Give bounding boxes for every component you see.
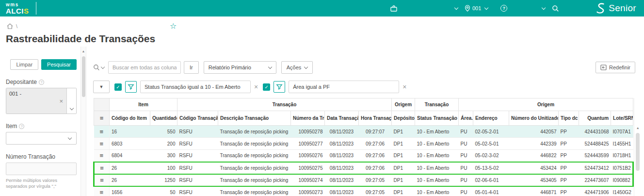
cell: 26 xyxy=(110,162,150,174)
table-row[interactable]: ≡6803200RSFUTransação de reposição picki… xyxy=(94,138,633,150)
filters-dropdown-button[interactable]: ▼ xyxy=(93,81,110,93)
filter-expression[interactable]: Área igual a PF xyxy=(289,81,399,93)
cell: 10 - Em Aberto xyxy=(415,150,459,162)
location-pin-icon[interactable] xyxy=(465,5,470,12)
depositante-info-icon[interactable]: ? xyxy=(39,80,44,85)
cell: 6804 xyxy=(110,150,150,162)
table-row[interactable]: ≡16550RSFUTransação de reposição picking… xyxy=(94,126,633,138)
cell: PU xyxy=(459,162,473,174)
transactions-table: ItemTransaçãoOrigemTransaçãoOrigem≡Códig… xyxy=(93,98,634,196)
column-search-scope-button[interactable] xyxy=(93,64,104,71)
column-header[interactable]: Lote/SRN xyxy=(611,111,633,126)
sidebar-scroll-up-icon[interactable]: ▲ xyxy=(81,49,86,53)
column-header[interactable]: Status Transação xyxy=(415,111,459,126)
table-row[interactable]: ≡6804300RSFUTransação de reposição picki… xyxy=(94,150,633,162)
cell: 446871 xyxy=(509,186,559,196)
column-header[interactable]: Número do Unitizador xyxy=(509,111,559,126)
home-icon[interactable] xyxy=(7,23,13,29)
row-menu-button[interactable]: ≡ xyxy=(94,138,110,150)
company-chevron-down-icon[interactable] xyxy=(455,8,458,9)
numero-transacao-help: Permite múltiplos valores separados por … xyxy=(6,178,77,190)
column-header[interactable]: Código Transaçã.. xyxy=(177,111,218,126)
search-button[interactable]: Pesquisar xyxy=(41,59,77,70)
sidebar-scrollbar[interactable]: ▲ xyxy=(80,47,86,196)
depositante-chevron-down-icon[interactable] xyxy=(66,88,76,114)
filter-expression[interactable]: Status Transação igual a 10 - Em Aberto xyxy=(140,81,251,93)
column-header[interactable]: Área.. xyxy=(459,111,473,126)
numero-transacao-input[interactable] xyxy=(6,163,77,175)
cell: I1455H1 xyxy=(611,138,633,150)
filter-funnel-icon[interactable] xyxy=(274,81,285,93)
grid-scroll-up-icon[interactable]: ▲ xyxy=(634,126,641,130)
search-icon[interactable] xyxy=(552,5,559,12)
column-header[interactable]: Quantum xyxy=(579,111,611,126)
row-menu-button[interactable]: ≡ xyxy=(94,150,110,162)
column-header[interactable]: Depósito. xyxy=(392,111,415,126)
cell: Transação de reposição picking xyxy=(218,186,291,196)
help-icon[interactable]: ? xyxy=(500,5,507,12)
app-logo: wms ALCIS xyxy=(6,2,29,15)
filter-funnel-icon[interactable] xyxy=(125,81,137,93)
cell: Transação de reposição picking xyxy=(218,162,291,174)
clear-button[interactable]: Limpar xyxy=(10,59,38,70)
row-menu-button[interactable]: ≡ xyxy=(94,162,110,174)
column-header[interactable]: Quantidade xyxy=(150,111,177,126)
column-header[interactable]: Hora Transação.. xyxy=(359,111,392,126)
actions-button[interactable]: Ações xyxy=(281,61,313,74)
cell: 424431068 xyxy=(579,126,611,138)
column-group-header: Origem xyxy=(392,98,415,111)
cell: PP xyxy=(559,174,579,186)
cell: 100950276 xyxy=(291,150,325,162)
cell: 442057 xyxy=(509,126,559,138)
cell: 550 xyxy=(150,126,177,138)
item-info-icon[interactable]: ? xyxy=(19,124,24,129)
column-header[interactable]: Número da Tran xyxy=(291,111,325,126)
favorite-star-icon[interactable]: ☆ xyxy=(170,22,177,30)
column-header[interactable]: Descrição Transação xyxy=(218,111,291,126)
depositante-remove-icon[interactable]: × xyxy=(59,98,63,104)
cell: RSFU xyxy=(177,186,218,196)
grid-scrollbar[interactable]: ▲ xyxy=(634,98,641,196)
cell: PP xyxy=(559,162,579,174)
user-chevron-down-icon[interactable] xyxy=(542,8,545,9)
menu-icon: ≡ xyxy=(99,128,103,135)
location-chevron-down-icon[interactable] xyxy=(485,8,488,9)
column-group-header: Item xyxy=(110,98,177,111)
company-icon[interactable] xyxy=(390,5,398,12)
cell: 16 xyxy=(110,126,150,138)
grid-scroll-thumb[interactable] xyxy=(636,133,640,171)
cell: 09:27:06 xyxy=(359,138,392,150)
menu-icon: ≡ xyxy=(99,189,103,196)
table-row[interactable]: ≡165650RSFUTransação de reposição pickin… xyxy=(94,186,633,196)
cell: PU xyxy=(459,126,473,138)
cell: 10 - Em Aberto xyxy=(415,126,459,138)
row-menu-button[interactable]: ≡ xyxy=(94,186,110,196)
reset-button[interactable]: Redefinir xyxy=(596,62,635,73)
table-row[interactable]: ≡26100RSFUTransação de reposição picking… xyxy=(94,162,633,174)
filter-checkbox[interactable]: ✓ xyxy=(114,83,122,91)
filter-checkbox[interactable]: ✓ xyxy=(263,83,270,91)
go-button[interactable]: Ir xyxy=(184,61,199,74)
filter-remove-icon[interactable]: × xyxy=(402,83,406,90)
cell: PU xyxy=(459,174,473,186)
cell: 1656 xyxy=(110,186,150,196)
column-header[interactable]: Código do Item xyxy=(110,111,150,126)
cell: RSFU xyxy=(177,126,218,138)
column-header[interactable]: Data Transação.. xyxy=(325,111,359,126)
report-select[interactable]: Relatório Primário xyxy=(204,61,276,74)
cell: 08/11/2023 xyxy=(325,150,359,162)
filter-remove-icon[interactable]: × xyxy=(254,83,258,90)
depositante-multiselect[interactable]: 001 - × xyxy=(6,88,77,114)
menu-icon: ≡ xyxy=(100,177,104,184)
item-select[interactable] xyxy=(6,132,77,145)
menu-icon: ≡ xyxy=(99,152,103,159)
sidebar-scroll-thumb[interactable] xyxy=(82,56,85,97)
grid-search-input[interactable] xyxy=(108,61,181,74)
cell: 446822 xyxy=(509,150,559,162)
row-menu-button[interactable]: ≡ xyxy=(94,126,110,138)
row-menu-button[interactable]: ≡ xyxy=(94,174,110,186)
table-row[interactable]: ≡261250RSFUTransação de reposição pickin… xyxy=(94,174,633,186)
cell: 442339 xyxy=(509,138,559,150)
column-header[interactable]: Endereço xyxy=(473,111,509,126)
column-header[interactable]: Tipo dc xyxy=(559,111,579,126)
